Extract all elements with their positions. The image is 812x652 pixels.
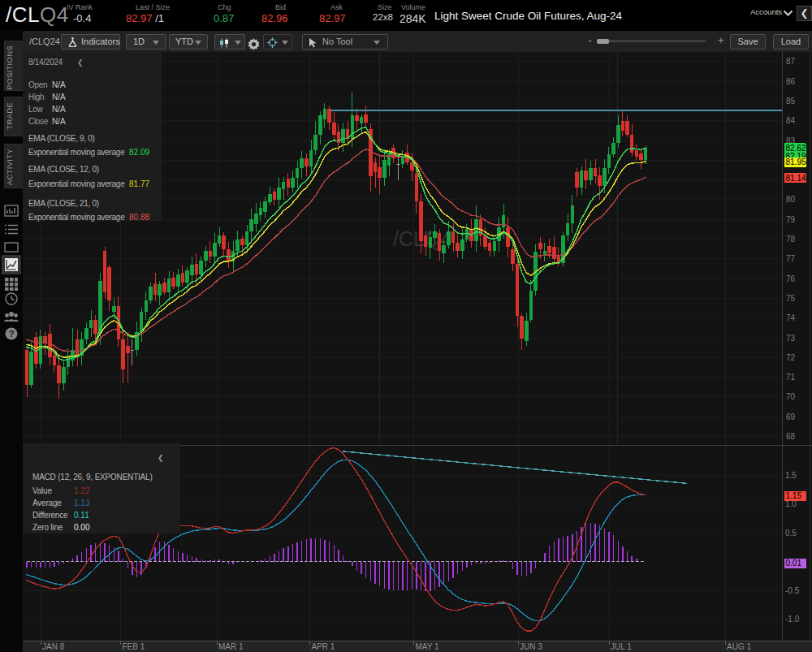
svg-text:69: 69	[786, 412, 796, 421]
svg-text:75: 75	[786, 294, 796, 303]
svg-text:MAR 1: MAR 1	[218, 642, 244, 651]
svg-text:JUL 1: JUL 1	[611, 642, 632, 651]
svg-text:85: 85	[786, 97, 796, 106]
svg-text:72: 72	[786, 353, 796, 362]
svg-text:81.14: 81.14	[786, 174, 806, 183]
svg-text:81.95: 81.95	[786, 158, 806, 166]
svg-text:82.62: 82.62	[786, 144, 806, 153]
svg-text:1.5: 1.5	[785, 471, 797, 480]
svg-text:JUN 3: JUN 3	[520, 642, 542, 651]
svg-text:71: 71	[786, 373, 796, 382]
svg-text:68: 68	[786, 432, 796, 441]
svg-text:74: 74	[786, 313, 796, 322]
svg-text:78: 78	[786, 235, 796, 244]
svg-text:86: 86	[786, 77, 796, 86]
svg-text:0.5: 0.5	[785, 529, 797, 538]
svg-text:JAN 8: JAN 8	[42, 642, 65, 651]
svg-text:80: 80	[786, 195, 796, 204]
svg-text:AUG 1: AUG 1	[727, 642, 751, 651]
svg-text:87: 87	[786, 57, 796, 66]
svg-text:-1.0: -1.0	[785, 615, 800, 624]
svg-text:?: ?	[9, 329, 15, 339]
svg-text:0.01: 0.01	[786, 559, 802, 568]
svg-text:76: 76	[786, 274, 796, 283]
svg-text:79: 79	[786, 215, 796, 224]
svg-text:-0.5: -0.5	[785, 586, 800, 595]
svg-text:77: 77	[786, 254, 796, 263]
svg-text:70: 70	[786, 392, 796, 401]
svg-text:FEB 1: FEB 1	[123, 642, 145, 651]
svg-text:APR 1: APR 1	[312, 642, 335, 651]
svg-text:73: 73	[786, 334, 796, 343]
svg-text:1.15: 1.15	[786, 491, 802, 500]
svg-text:MAY 1: MAY 1	[416, 642, 440, 651]
svg-text:84: 84	[786, 116, 796, 125]
